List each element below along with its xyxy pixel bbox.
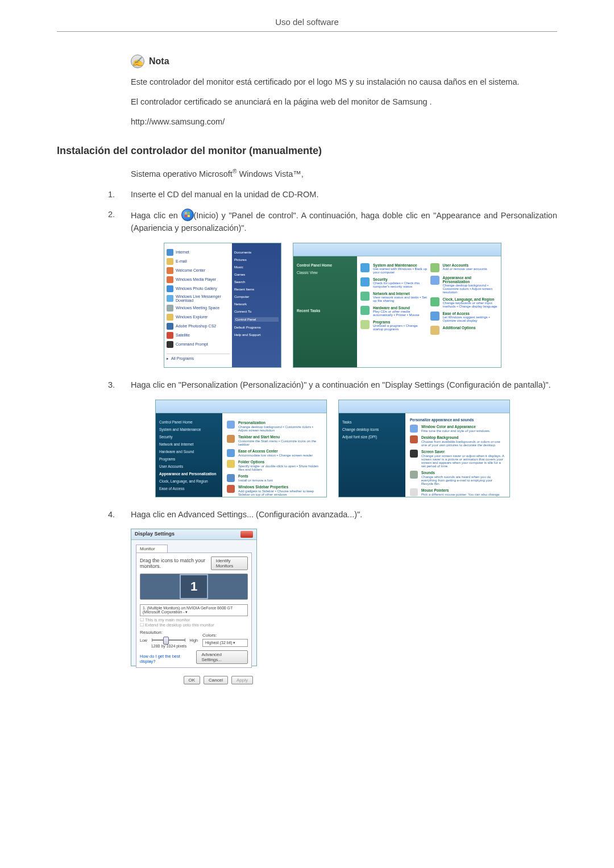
screenshot-row-2: Control Panel Home System and Maintenanc… (108, 400, 557, 497)
advanced-settings-button[interactable]: Advanced Settings... (196, 650, 248, 664)
step-2-number: 2. (108, 209, 131, 235)
monitor-tab[interactable]: Monitor (136, 545, 168, 553)
control-panel-categories: System and MaintenanceGet started with W… (357, 256, 501, 368)
resolution-value: 1280 by 1024 pixels (140, 644, 198, 648)
step-3-text: Haga clic en "Personalization (Personali… (131, 379, 557, 392)
cancel-button[interactable]: Cancel (204, 676, 228, 684)
help-link[interactable]: How do I get the best display? (140, 654, 196, 664)
section-heading: Instalación del controlador del monitor … (57, 145, 557, 157)
check-main-monitor: This is my main monitor (145, 617, 190, 622)
step-4-number: 4. (108, 509, 131, 521)
personalization-sidebar: Tasks Change desktop icons Adjust font s… (339, 413, 405, 497)
res-low: Low (140, 638, 147, 642)
dialog-title: Display Settings (135, 531, 175, 538)
personalization-items: Personalize appearance and sounds Window… (405, 413, 509, 497)
note-icon: ✍ (131, 55, 144, 68)
note-block: ✍ Nota Este controlador del monitor está… (131, 55, 557, 128)
monitor-preview[interactable]: 1 (140, 574, 248, 600)
close-icon[interactable] (240, 531, 253, 538)
apply-button[interactable]: Apply (231, 676, 253, 684)
screenshot-start-menu: Internet E-mail Welcome Center Windows M… (164, 243, 281, 368)
step-4-text: Haga clic en Advanced Settings... (Confi… (131, 509, 557, 521)
start-menu-left: Internet E-mail Welcome Center Windows M… (164, 243, 232, 367)
appearance-items: PersonalizationChange desktop background… (222, 413, 326, 497)
os-line: Sistema operativo Microsoft® Windows Vis… (131, 167, 557, 181)
step-3-number: 3. (108, 379, 131, 392)
note-url: http://www.samsung.com/ (131, 116, 557, 128)
note-paragraph-2: El controlador certificado se anunciará … (131, 96, 557, 108)
step-2-before: Haga clic en (131, 211, 181, 220)
step-1-number: 1. (108, 189, 131, 201)
resolution-label: Resolution: (140, 630, 198, 635)
windows-start-icon (181, 209, 194, 221)
screenshot-appearance-panel: Control Panel Home System and Maintenanc… (155, 400, 327, 497)
ok-button[interactable]: OK (184, 676, 201, 684)
screenshot-row-1: Internet E-mail Welcome Center Windows M… (108, 243, 557, 368)
step-1-text: Inserte el CD del manual en la unidad de… (131, 189, 557, 201)
step-2-text: Haga clic en (Inicio) y "Panel de contro… (131, 209, 557, 235)
appearance-sidebar: Control Panel Home System and Maintenanc… (156, 413, 222, 497)
start-menu-right: Documents Pictures Music Games Search Re… (232, 243, 281, 367)
res-high: High (190, 638, 198, 642)
screenshot-display-settings: Display Settings Monitor Drag the icons … (131, 529, 257, 666)
step-2-after: (Inicio) y "Panel de control". A continu… (131, 211, 557, 232)
os-suffix: Windows Vista™, (237, 169, 303, 178)
screenshot-control-panel: Control Panel Home Classic View Recent T… (293, 243, 501, 368)
colors-label: Colors: (202, 633, 248, 638)
control-panel-sidebar: Control Panel Home Classic View Recent T… (293, 256, 357, 368)
note-paragraph-1: Este controlador del monitor está certif… (131, 76, 557, 88)
drag-text: Drag the icons to match your monitors. (140, 558, 211, 569)
os-prefix: Sistema operativo Microsoft (131, 169, 233, 178)
resolution-slider[interactable] (152, 639, 185, 641)
page-header: Uso del software (57, 17, 557, 32)
monitor-icon: 1 (180, 574, 208, 599)
monitor-select[interactable]: 1. (Multiple Monitors) on NVIDIA GeForce… (140, 604, 248, 616)
note-label: Nota (149, 56, 169, 67)
identify-monitors-button[interactable]: Identify Monitors (211, 556, 248, 570)
check-extend-desktop: Extend the desktop onto this monitor (145, 622, 214, 628)
screenshot-personalization-panel: Tasks Change desktop icons Adjust font s… (338, 400, 510, 497)
colors-select[interactable]: Highest (32 bit) ▾ (202, 639, 248, 647)
